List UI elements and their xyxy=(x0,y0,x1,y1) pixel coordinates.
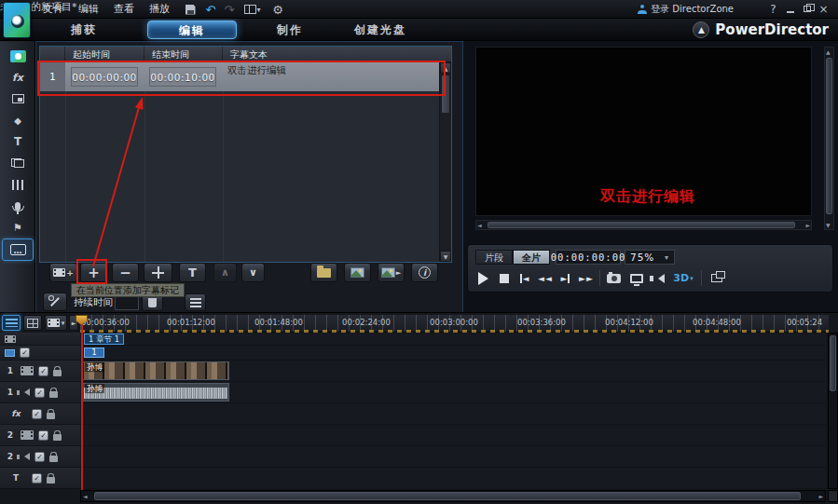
timeline-vscrollbar[interactable] xyxy=(828,333,838,489)
right-arrow-icon[interactable]: ► xyxy=(818,493,823,499)
scroll-down-button[interactable]: ▼ xyxy=(440,251,451,262)
subtitle-start-time[interactable]: 00:00:00:00 xyxy=(71,67,138,87)
rewind-button[interactable]: ◄◄ xyxy=(535,268,555,288)
text-properties-button[interactable]: T xyxy=(179,263,206,282)
subtitle-list-button[interactable] xyxy=(185,293,206,311)
track-enable-checkbox[interactable]: ✓ xyxy=(38,366,48,376)
subtitle-text-cell[interactable]: 双击进行编辑 xyxy=(222,62,439,91)
lock-icon[interactable] xyxy=(53,434,62,441)
directorzone-login-link[interactable]: 登录 DirectorZone xyxy=(638,0,734,18)
zoom-dropdown[interactable]: 75% ▾ xyxy=(625,250,675,265)
save-button[interactable] xyxy=(181,2,199,17)
close-button[interactable]: × xyxy=(817,2,831,16)
media-room-button[interactable] xyxy=(5,47,31,65)
track-manager-button[interactable] xyxy=(23,315,42,331)
restore-button[interactable] xyxy=(800,2,814,16)
tab-produce[interactable]: 制作 xyxy=(245,20,335,39)
range-marker[interactable]: 1 xyxy=(84,347,104,358)
down-arrow-icon[interactable]: ▼ xyxy=(826,222,831,228)
menu-file[interactable]: 文件 xyxy=(37,0,69,18)
remove-subtitle-marker-button[interactable]: − xyxy=(112,263,139,282)
lock-icon[interactable] xyxy=(47,413,55,419)
timeline-hscrollbar[interactable]: ◄ ► xyxy=(80,490,826,502)
menu-view[interactable]: 查看 xyxy=(108,0,140,18)
track-enable-checkbox[interactable]: ✓ xyxy=(32,409,42,419)
video-track-1[interactable]: 孙博 xyxy=(80,361,826,382)
video-track-2[interactable] xyxy=(80,425,826,446)
chapter-track[interactable]: 1 xyxy=(80,346,826,361)
chapter-marker[interactable]: 1 章节 1 xyxy=(84,334,124,345)
resize-grip[interactable] xyxy=(828,490,838,502)
particle-room-button[interactable]: ◆ xyxy=(5,111,31,129)
scroll-up-button[interactable]: ▲ xyxy=(440,62,451,74)
effect-track[interactable] xyxy=(80,403,826,425)
scroll-thumb[interactable] xyxy=(826,58,832,214)
timeline-view-button[interactable] xyxy=(2,315,21,331)
3d-mode-button[interactable]: 3D▾ xyxy=(669,268,697,288)
playhead-line[interactable] xyxy=(81,315,83,490)
next-subtitle-button[interactable]: ∨ xyxy=(241,263,265,282)
previous-frame-button[interactable]: ◄ xyxy=(515,268,534,288)
redo-button[interactable]: ↷ xyxy=(220,2,239,17)
next-frame-button[interactable]: ► xyxy=(556,268,575,288)
layout-select-button[interactable]: ▾ xyxy=(240,2,265,17)
add-subtitle-marker-button[interactable]: + xyxy=(80,263,107,282)
right-arrow-icon[interactable]: ► xyxy=(805,222,810,228)
import-image-button[interactable] xyxy=(344,263,371,282)
left-arrow-icon[interactable]: ◄ xyxy=(83,493,88,499)
left-arrow-icon[interactable]: ◄ xyxy=(477,222,482,228)
tab-capture[interactable]: 捕获 xyxy=(39,20,129,39)
voiceover-room-button[interactable] xyxy=(5,197,31,215)
scroll-thumb[interactable] xyxy=(830,335,836,391)
audio-mixing-room-button[interactable] xyxy=(5,175,31,194)
subtitle-table-scrollbar[interactable]: ▲ ▼ xyxy=(439,62,451,262)
timecode-display[interactable]: 00:00:00:00 xyxy=(556,250,621,265)
split-subtitle-button[interactable] xyxy=(144,263,172,282)
audio-track-2[interactable] xyxy=(80,446,826,468)
pip-objects-room-button[interactable] xyxy=(5,89,31,108)
subtitle-room-button[interactable]: … xyxy=(2,238,34,261)
scroll-thumb[interactable] xyxy=(94,492,801,500)
help-button[interactable]: ? xyxy=(766,2,780,16)
track-enable-checkbox[interactable]: ✓ xyxy=(20,347,30,358)
track-enable-checkbox[interactable]: ✓ xyxy=(38,430,48,441)
track-enable-checkbox[interactable]: ✓ xyxy=(34,452,45,462)
tab-edit[interactable]: 编辑 xyxy=(147,20,237,39)
info-button[interactable]: i xyxy=(411,263,438,282)
track-enable-checkbox[interactable]: ✓ xyxy=(32,473,42,484)
audio-track-1[interactable]: 孙博 xyxy=(80,382,826,403)
title-track[interactable] xyxy=(80,468,826,489)
fast-forward-button[interactable]: ►► xyxy=(576,268,596,288)
audio-clip[interactable]: 孙博 xyxy=(82,383,229,402)
subtitle-row[interactable]: 1 00:00:00:00 00:00:10:00 双击进行编辑 xyxy=(40,62,439,91)
track-enable-checkbox[interactable]: ✓ xyxy=(34,388,45,398)
tab-create-disc[interactable]: 创建光盘 xyxy=(328,20,433,39)
scroll-thumb[interactable] xyxy=(441,75,450,114)
export-subtitle-button[interactable]: ► xyxy=(378,263,405,282)
subtitle-end-time[interactable]: 00:00:10:00 xyxy=(149,67,216,87)
play-button[interactable] xyxy=(474,268,493,288)
preview-vscrollbar[interactable]: ▲ ▼ xyxy=(824,47,834,230)
up-arrow-icon[interactable]: ▲ xyxy=(826,48,831,55)
title-room-button[interactable]: T xyxy=(5,132,31,151)
movie-mode-button[interactable]: 全片 xyxy=(513,250,550,265)
chapter-room-button[interactable]: ⚑ xyxy=(5,218,31,237)
lock-icon[interactable] xyxy=(53,370,62,376)
video-clip[interactable]: 孙博 xyxy=(82,361,229,380)
settings-button[interactable]: ⚙ xyxy=(268,2,287,17)
effects-room-button[interactable]: fx xyxy=(5,68,31,87)
transition-room-button[interactable] xyxy=(5,154,31,172)
volume-button[interactable] xyxy=(649,268,668,288)
undock-preview-button[interactable] xyxy=(707,268,726,288)
minimize-button[interactable] xyxy=(783,2,797,16)
undo-button[interactable]: ↶ xyxy=(201,2,220,17)
lock-icon[interactable] xyxy=(47,477,55,484)
add-subtitles-from-file-button[interactable]: + xyxy=(49,263,77,282)
clip-mode-button[interactable]: 片段 xyxy=(475,250,513,265)
lock-icon[interactable] xyxy=(49,456,58,462)
lock-icon[interactable] xyxy=(49,391,58,398)
menu-edit[interactable]: 编辑 xyxy=(73,0,104,18)
view-options-button[interactable]: ▾ xyxy=(45,315,67,331)
import-subtitle-file-button[interactable] xyxy=(310,263,337,282)
previous-subtitle-button[interactable]: ∧ xyxy=(213,263,237,282)
